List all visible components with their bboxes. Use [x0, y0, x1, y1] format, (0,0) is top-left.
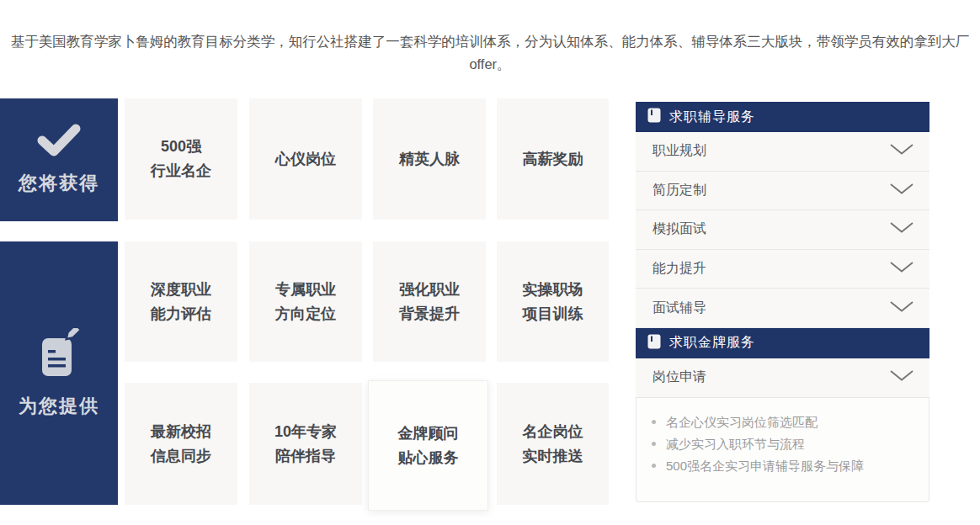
service-card[interactable]: 强化职业 背景提升: [373, 241, 486, 362]
block-label: 为您提供: [19, 394, 99, 419]
list-item: 减少实习入职环节与流程: [652, 433, 917, 455]
bullet-dot-icon: [652, 420, 656, 424]
list-item: 名企心仪实习岗位筛选匹配: [652, 411, 917, 433]
we-provide-block: 为您提供: [0, 241, 118, 505]
benefit-card[interactable]: 500强 行业名企: [125, 98, 237, 220]
chevron-down-icon: [889, 143, 914, 159]
intro-paragraph: 基于美国教育学家卜鲁姆的教育目标分类学，知行公社搭建了一套科学的培训体系，分为认…: [0, 30, 980, 76]
chevron-down-icon: [889, 183, 914, 199]
list-item: 500强名企实习申请辅导服务与保障: [652, 455, 917, 477]
job-application-details: 名企心仪实习岗位筛选匹配 减少实习入职环节与流程 500强名企实习申请辅导服务与…: [636, 398, 929, 502]
service-card-highlighted[interactable]: 金牌顾问 贴心服务: [368, 380, 488, 511]
chevron-down-icon: [889, 221, 914, 237]
intro-line-1: 基于美国教育学家卜鲁姆的教育目标分类学，知行公社搭建了一套科学的培训体系，分为认…: [0, 30, 980, 53]
accordion-item-resume-custom[interactable]: 简历定制: [636, 172, 929, 211]
chevron-down-icon: [889, 261, 914, 277]
benefit-card[interactable]: 心仪岗位: [249, 98, 362, 220]
chevron-down-icon: [889, 369, 914, 385]
service-card[interactable]: 10年专家 陪伴指导: [249, 383, 362, 505]
benefit-card[interactable]: 高薪奖励: [497, 98, 609, 220]
section-header-gold-service: 求职金牌服务: [636, 328, 929, 358]
edit-document-icon: [36, 328, 82, 384]
page: 基于美国教育学家卜鲁姆的教育目标分类学，知行公社搭建了一套科学的培训体系，分为认…: [0, 0, 980, 525]
book-icon: [647, 108, 661, 126]
service-card[interactable]: 专属职业 方向定位: [249, 241, 362, 362]
book-icon: [647, 334, 661, 353]
block-label: 您将获得: [19, 171, 99, 196]
accordion-item-interview-coaching[interactable]: 面试辅导: [636, 289, 929, 328]
you-will-get-block: 您将获得: [0, 98, 118, 221]
accordion-item-ability-boost[interactable]: 能力提升: [636, 250, 929, 289]
section-title: 求职辅导服务: [669, 109, 755, 126]
service-card[interactable]: 实操职场 项目训练: [497, 241, 609, 362]
check-icon: [37, 124, 81, 161]
chevron-down-icon: [889, 300, 914, 316]
service-card[interactable]: 名企岗位 实时推送: [497, 383, 609, 505]
accordion-item-career-planning[interactable]: 职业规划: [636, 132, 929, 172]
accordion-item-job-application[interactable]: 岗位申请: [636, 358, 929, 398]
section-title: 求职金牌服务: [669, 334, 755, 352]
service-card[interactable]: 最新校招 信息同步: [125, 383, 237, 505]
section-header-coaching: 求职辅导服务: [636, 102, 929, 132]
accordion-item-mock-interview[interactable]: 模拟面试: [636, 210, 929, 250]
services-panel: 求职辅导服务 职业规划 简历定制 模拟面试 能力提升 面试辅导 求职金牌服务: [636, 102, 929, 502]
benefit-card[interactable]: 精英人脉: [373, 98, 486, 220]
bullet-dot-icon: [652, 442, 656, 446]
intro-line-2: offer。: [0, 53, 980, 76]
bullet-dot-icon: [652, 464, 656, 468]
service-card[interactable]: 深度职业 能力评估: [125, 241, 237, 362]
